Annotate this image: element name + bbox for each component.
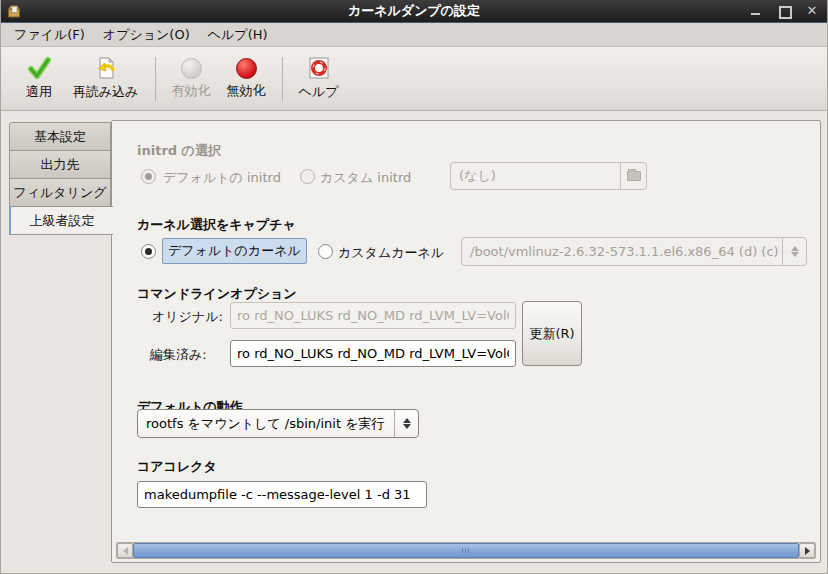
minimize-button[interactable]	[749, 4, 763, 18]
menu-options[interactable]: オプション(O)	[94, 23, 199, 47]
refresh-button[interactable]: 更新(R)	[522, 301, 582, 366]
core-collector-section-title: コアコレクタ	[137, 458, 217, 476]
kernel-section-title: カーネル選択をキャプチャ	[137, 216, 296, 234]
original-cmdline-label: オリジナル:	[152, 308, 223, 326]
initrd-default-radio-label: デフォルトの initrd	[163, 169, 281, 187]
edited-cmdline-field[interactable]	[230, 340, 516, 367]
reload-icon	[93, 56, 119, 80]
kernel-default-radio-label[interactable]: デフォルトのカーネル	[162, 238, 307, 264]
menu-file[interactable]: ファイル(F)	[5, 23, 94, 47]
help-label: ヘルプ	[299, 83, 339, 101]
apply-check-icon	[26, 56, 52, 80]
apply-button[interactable]: 適用	[13, 52, 65, 105]
toolbar-separator	[155, 57, 156, 101]
tab-advanced-settings[interactable]: 上級者設定	[9, 206, 113, 235]
menu-help[interactable]: ヘルプ(H)	[199, 23, 277, 47]
kernel-path-combo: /boot/vmlinuz-2.6.32-573.1.1.el6.x86_64 …	[461, 237, 807, 266]
help-button[interactable]: ヘルプ	[291, 52, 347, 105]
kernel-custom-radio-label[interactable]: カスタムカーネル	[338, 244, 444, 262]
kernel-default-radio[interactable]	[141, 244, 156, 259]
reload-label: 再読み込み	[73, 83, 139, 101]
initrd-path-value: (なし)	[451, 167, 620, 185]
enable-label: 有効化	[172, 82, 211, 100]
tab-basic-settings[interactable]: 基本設定	[9, 122, 111, 151]
close-button[interactable]: ✕	[805, 4, 819, 18]
horizontal-scrollbar[interactable]	[116, 542, 816, 559]
disable-button[interactable]: 無効化	[219, 54, 274, 104]
combo-spinner-icon	[394, 410, 418, 437]
window-title: カーネルダンプの設定	[1, 2, 827, 20]
disable-circle-icon	[236, 58, 257, 79]
initrd-browse-button	[620, 163, 646, 189]
titlebar[interactable]: カーネルダンプの設定 ✕	[1, 0, 827, 22]
advanced-settings-panel: initrd の選択 デフォルトの initrd カスタム initrd (なし…	[111, 120, 821, 563]
help-lifering-icon	[307, 56, 331, 80]
initrd-custom-radio	[300, 169, 315, 184]
kernel-custom-radio[interactable]	[318, 244, 333, 259]
original-cmdline-field	[230, 302, 516, 329]
default-action-combo[interactable]: rootfs をマウントして /sbin/init を実行	[137, 409, 419, 438]
maximize-button[interactable]	[777, 4, 791, 18]
core-collector-field[interactable]	[137, 481, 427, 508]
default-action-value: rootfs をマウントして /sbin/init を実行	[138, 415, 394, 433]
toolbar-separator	[282, 57, 283, 101]
initrd-section-title: initrd の選択	[137, 142, 221, 160]
combo-spinner-icon	[782, 238, 806, 265]
tab-output-target[interactable]: 出力先	[9, 150, 111, 179]
initrd-path-picker: (なし)	[450, 162, 647, 190]
chevron-right-icon	[805, 547, 810, 555]
tab-filtering[interactable]: フィルタリング	[9, 178, 111, 207]
package-icon	[6, 3, 22, 19]
folder-icon	[627, 171, 641, 181]
edited-cmdline-label: 編集済み:	[150, 346, 207, 364]
apply-label: 適用	[26, 83, 52, 101]
scrollbar-thumb[interactable]	[133, 543, 799, 558]
toolbar: 適用 再読み込み 有効化 無効化	[1, 47, 827, 111]
disable-label: 無効化	[227, 82, 266, 100]
reload-button[interactable]: 再読み込み	[65, 52, 147, 105]
chevron-left-icon	[123, 547, 128, 555]
app-window: カーネルダンプの設定 ✕ ファイル(F) オプション(O) ヘルプ(H) 適用	[0, 0, 828, 574]
cmdline-section-title: コマンドラインオプション	[137, 285, 297, 303]
initrd-custom-radio-label: カスタム initrd	[320, 169, 411, 187]
scroll-right-button[interactable]	[799, 543, 815, 558]
menubar: ファイル(F) オプション(O) ヘルプ(H)	[1, 22, 827, 47]
kernel-path-value: /boot/vmlinuz-2.6.32-573.1.1.el6.x86_64 …	[462, 244, 782, 259]
enable-circle-icon	[181, 58, 202, 79]
initrd-default-radio	[141, 169, 156, 184]
scroll-left-button	[117, 543, 133, 558]
enable-button: 有効化	[164, 54, 219, 104]
tabstrip: 基本設定 出力先 フィルタリング 上級者設定	[9, 122, 112, 235]
